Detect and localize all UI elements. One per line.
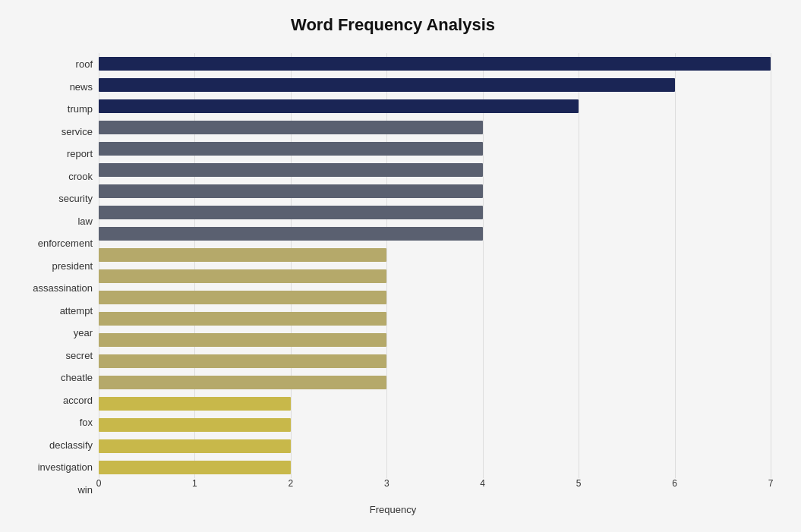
grid-line [771,53,771,478]
bar-row [99,353,771,370]
bar [99,206,483,219]
y-label: attempt [60,301,93,320]
bar-row [99,140,771,157]
bar-row [99,162,771,178]
bar-row [99,438,771,455]
bar [99,312,386,326]
bar [99,121,483,134]
y-label: investigation [38,458,93,477]
bars-wrapper: 01234567 [99,53,771,501]
y-label: accord [63,390,93,410]
y-label: fox [80,413,93,433]
y-label: trump [68,99,93,119]
y-label: law [77,211,93,231]
chart-title: Word Frequency Analysis [15,15,771,35]
chart-container: Word Frequency Analysis roofnewstrumpser… [0,0,801,532]
y-label: crook [68,166,93,186]
bar-row [99,183,771,200]
y-axis: roofnewstrumpservicereportcrooksecurityl… [15,53,99,501]
bar-row [99,77,771,93]
bar-row [99,268,771,285]
bar-row [99,225,771,242]
bar [99,439,291,453]
bar [99,333,386,347]
y-label: cheatle [61,368,93,388]
y-label: security [58,189,93,209]
y-label: enforcement [38,234,93,253]
y-label: service [61,121,93,141]
y-label: roof [76,55,93,74]
bar-row [99,247,771,263]
bar [99,397,291,411]
bar [99,461,291,474]
y-label: declassify [49,435,93,455]
bar-row [99,204,771,221]
bar [99,142,483,156]
bar-row [99,374,771,391]
bar [99,291,386,304]
bar-row [99,459,771,476]
bar-row [99,310,771,327]
bar-row [99,289,771,306]
y-label: win [77,480,93,499]
chart-area: roofnewstrumpservicereportcrooksecurityl… [15,53,771,501]
y-label: year [74,323,93,343]
bar [99,354,386,368]
bar [99,376,386,389]
bar-row [99,98,771,115]
bar [99,57,771,71]
y-label: president [52,256,93,275]
x-axis-label: Frequency [15,504,771,515]
bar-row [99,55,771,72]
bar [99,99,579,113]
bar [99,248,386,262]
bar [99,418,291,432]
bar [99,269,386,283]
y-label: secret [66,345,93,365]
bar-row [99,395,771,412]
y-label: report [67,144,93,164]
bar [99,163,483,177]
bar-row [99,417,771,433]
bar-row [99,119,771,136]
y-label: assassination [33,279,93,298]
bar [99,227,483,241]
bar [99,184,483,198]
bar [99,78,675,92]
bar-row [99,332,771,348]
bars-area [99,53,771,501]
y-label: news [70,77,93,96]
